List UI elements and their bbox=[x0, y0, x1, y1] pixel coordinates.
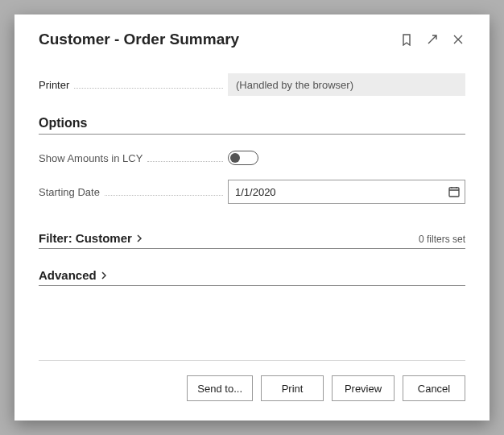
toggle-knob bbox=[230, 153, 240, 163]
starting-date-input-wrap bbox=[228, 180, 465, 204]
button-bar: Send to... Print Preview Cancel bbox=[39, 375, 465, 401]
titlebar: Customer - Order Summary bbox=[39, 31, 465, 48]
starting-date-input[interactable] bbox=[228, 180, 465, 204]
show-lcy-row: Show Amounts in LCY bbox=[39, 146, 465, 170]
show-lcy-toggle[interactable] bbox=[228, 151, 258, 165]
leader-dots bbox=[105, 195, 223, 196]
printer-row: Printer (Handled by the browser) bbox=[39, 72, 465, 97]
advanced-section[interactable]: Advanced bbox=[39, 268, 465, 282]
starting-date-label: Starting Date bbox=[39, 186, 100, 198]
print-button[interactable]: Print bbox=[261, 375, 324, 401]
chevron-right-icon bbox=[100, 271, 108, 280]
dialog-title: Customer - Order Summary bbox=[39, 31, 399, 48]
filter-customer-heading: Filter: Customer bbox=[39, 231, 132, 245]
options-divider bbox=[39, 134, 465, 135]
report-request-dialog: Customer - Order Summary Printer (Han bbox=[14, 14, 490, 420]
title-icon-group bbox=[399, 32, 465, 47]
printer-value[interactable]: (Handled by the browser) bbox=[228, 73, 465, 96]
filter-divider bbox=[39, 248, 465, 249]
leader-dots bbox=[147, 161, 223, 162]
starting-date-row: Starting Date bbox=[39, 180, 465, 204]
cancel-button[interactable]: Cancel bbox=[403, 375, 465, 401]
send-to-button[interactable]: Send to... bbox=[187, 375, 253, 401]
chevron-right-icon bbox=[135, 234, 143, 242]
options-heading: Options bbox=[39, 116, 465, 130]
filter-summary: 0 filters set bbox=[419, 234, 465, 245]
advanced-heading: Advanced bbox=[39, 268, 97, 282]
bookmark-icon[interactable] bbox=[399, 32, 414, 47]
leader-dots bbox=[74, 88, 223, 89]
dialog-backdrop: Customer - Order Summary Printer (Han bbox=[0, 0, 504, 435]
close-icon[interactable] bbox=[451, 32, 465, 47]
preview-button[interactable]: Preview bbox=[332, 375, 395, 401]
show-lcy-label: Show Amounts in LCY bbox=[39, 152, 143, 164]
button-bar-divider bbox=[39, 360, 465, 361]
filter-customer-section[interactable]: Filter: Customer 0 filters set bbox=[39, 231, 465, 245]
printer-label: Printer bbox=[39, 79, 69, 91]
advanced-divider bbox=[39, 285, 465, 286]
expand-icon[interactable] bbox=[425, 32, 440, 47]
